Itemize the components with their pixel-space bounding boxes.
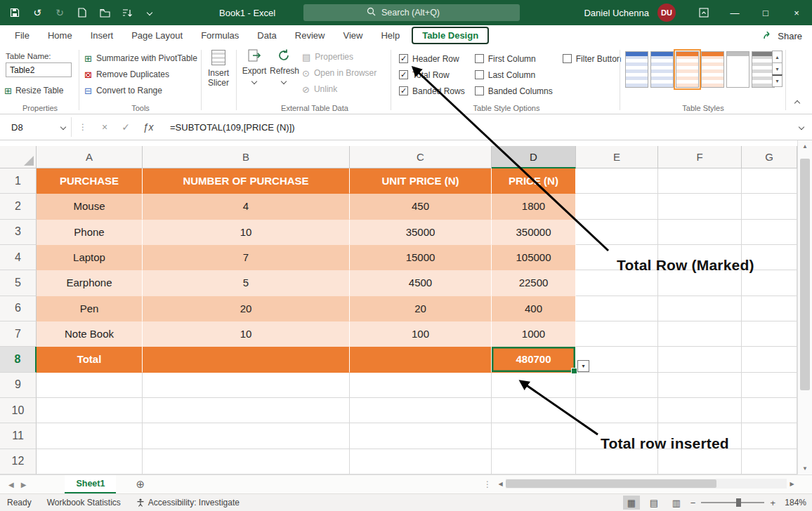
cell-E5[interactable] xyxy=(576,270,658,296)
horizontal-scrollbar[interactable]: ◀ ▶ xyxy=(495,478,797,489)
resize-table-button[interactable]: ⊞ Resize Table xyxy=(4,86,63,95)
vertical-scrollbar[interactable]: ▲ ▼ xyxy=(797,140,812,474)
cell-C9[interactable] xyxy=(350,373,492,398)
column-header-B[interactable]: B xyxy=(143,146,350,168)
cell-A8[interactable]: Total xyxy=(37,347,143,372)
cell-A1[interactable]: PURCHASE xyxy=(37,168,143,194)
checkbox-box[interactable]: ✓ xyxy=(399,86,408,95)
insert-function-icon[interactable]: ƒx xyxy=(136,121,160,133)
refresh-button[interactable]: Refresh xyxy=(270,48,298,86)
ribbon-display-options-icon[interactable] xyxy=(688,0,719,25)
sheet-tab-sheet1[interactable]: Sheet1 xyxy=(65,475,116,493)
checkbox-box[interactable]: ✓ xyxy=(399,54,408,63)
checkbox-banded-columns[interactable]: Banded Columns xyxy=(475,83,553,99)
cell-D6[interactable]: 400 xyxy=(492,296,576,321)
column-header-A[interactable]: A xyxy=(37,146,143,168)
user-name[interactable]: Daniel Uchenna xyxy=(584,8,649,18)
cell-E1[interactable] xyxy=(576,168,658,194)
cell-F2[interactable] xyxy=(658,194,742,219)
row-header-3[interactable]: 3 xyxy=(0,220,37,245)
cell-E3[interactable] xyxy=(576,220,658,245)
cell-A6[interactable]: Pen xyxy=(37,296,143,321)
cell-A5[interactable]: Earphone xyxy=(37,270,143,296)
ribbon-tab-review[interactable]: Review xyxy=(286,25,334,46)
cell-G12[interactable] xyxy=(742,449,797,474)
cell-D3[interactable]: 350000 xyxy=(492,220,576,245)
hscroll-right-icon[interactable]: ▶ xyxy=(787,481,797,487)
cell-G10[interactable] xyxy=(742,398,797,423)
cell-D1[interactable]: PRICE (N) xyxy=(492,168,576,194)
cell-A9[interactable] xyxy=(37,373,143,398)
column-header-E[interactable]: E xyxy=(576,146,658,168)
cell-B1[interactable]: NUMBER OF PURCHASE xyxy=(143,168,350,194)
row-header-4[interactable]: 4 xyxy=(0,245,37,270)
checkbox-last-column[interactable]: Last Column xyxy=(475,67,553,83)
customize-toolbar-icon[interactable] xyxy=(143,6,156,19)
summarize-with-pivottable-button[interactable]: ⊞ Summarize with PivotTable xyxy=(84,51,197,65)
vertical-scroll-thumb[interactable] xyxy=(800,159,810,390)
ribbon-tab-view[interactable]: View xyxy=(334,25,372,46)
cell-E12[interactable] xyxy=(576,449,658,474)
avatar[interactable]: DU xyxy=(657,4,676,22)
styles-scroll-down-icon[interactable]: ▾ xyxy=(772,62,782,75)
search-box[interactable]: Search (Alt+Q) xyxy=(303,4,520,21)
cell-F10[interactable] xyxy=(658,398,742,423)
table-name-input[interactable] xyxy=(6,62,72,77)
column-header-C[interactable]: C xyxy=(350,146,492,168)
cell-G8[interactable] xyxy=(742,347,797,372)
cell-D9[interactable] xyxy=(492,373,576,398)
cell-G3[interactable] xyxy=(742,220,797,245)
hscroll-track[interactable] xyxy=(506,479,787,489)
column-header-F[interactable]: F xyxy=(658,146,742,168)
sheet-nav-right-icon[interactable]: ▶ xyxy=(21,481,27,489)
name-box-chevron-icon[interactable] xyxy=(60,124,66,130)
convert-to-range-button[interactable]: ⊟ Convert to Range xyxy=(84,84,162,98)
ribbon-tab-table-design[interactable]: Table Design xyxy=(412,27,489,44)
name-box[interactable]: D8 xyxy=(6,117,72,137)
cell-G6[interactable] xyxy=(742,296,797,321)
cell-C11[interactable] xyxy=(350,423,492,449)
ribbon-tab-help[interactable]: Help xyxy=(372,25,409,46)
cell-A11[interactable] xyxy=(37,423,143,449)
cell-B6[interactable]: 20 xyxy=(143,296,350,321)
total-row-dropdown-button[interactable]: ▾ xyxy=(577,360,589,372)
cell-B11[interactable] xyxy=(143,423,350,449)
column-header-G[interactable]: G xyxy=(742,146,797,168)
cell-E9[interactable] xyxy=(576,373,658,398)
row-header-6[interactable]: 6 xyxy=(0,296,37,321)
workbook-statistics-button[interactable]: Workbook Statistics xyxy=(47,498,121,507)
cell-F8[interactable] xyxy=(658,347,742,372)
cell-F9[interactable] xyxy=(658,373,742,398)
cell-B3[interactable]: 10 xyxy=(143,220,350,245)
table-style-thumbnail[interactable] xyxy=(650,51,674,88)
cell-F1[interactable] xyxy=(658,168,742,194)
checkbox-box[interactable] xyxy=(475,86,484,95)
checkbox-header-row[interactable]: ✓Header Row xyxy=(399,51,465,67)
cell-A12[interactable] xyxy=(37,449,143,474)
cell-B5[interactable]: 5 xyxy=(143,270,350,296)
cell-C7[interactable]: 100 xyxy=(350,321,492,347)
ribbon-tab-file[interactable]: File xyxy=(6,25,39,46)
cell-C10[interactable] xyxy=(350,398,492,423)
checkbox-first-column[interactable]: First Column xyxy=(475,51,553,67)
cell-G5[interactable] xyxy=(742,270,797,296)
cell-C6[interactable]: 20 xyxy=(350,296,492,321)
cell-D7[interactable]: 1000 xyxy=(492,321,576,347)
cell-F6[interactable] xyxy=(658,296,742,321)
cell-C5[interactable]: 4500 xyxy=(350,270,492,296)
share-button[interactable]: Share xyxy=(763,28,802,44)
save-icon[interactable] xyxy=(8,6,21,19)
select-all-corner[interactable] xyxy=(0,146,37,168)
cancel-icon[interactable]: × xyxy=(94,121,115,133)
cell-D5[interactable]: 22500 xyxy=(492,270,576,296)
checkbox-box[interactable] xyxy=(563,54,572,63)
ribbon-tab-home[interactable]: Home xyxy=(39,25,81,46)
cell-D2[interactable]: 1800 xyxy=(492,194,576,219)
horizontal-scroll-thumb[interactable] xyxy=(506,479,716,488)
styles-scroll-up-icon[interactable]: ▴ xyxy=(772,51,782,63)
cell-F7[interactable] xyxy=(658,321,742,347)
cell-G11[interactable] xyxy=(742,423,797,449)
cell-C1[interactable]: UNIT PRICE (N) xyxy=(350,168,492,194)
cell-G9[interactable] xyxy=(742,373,797,398)
zoom-in-button[interactable]: + xyxy=(770,498,775,508)
